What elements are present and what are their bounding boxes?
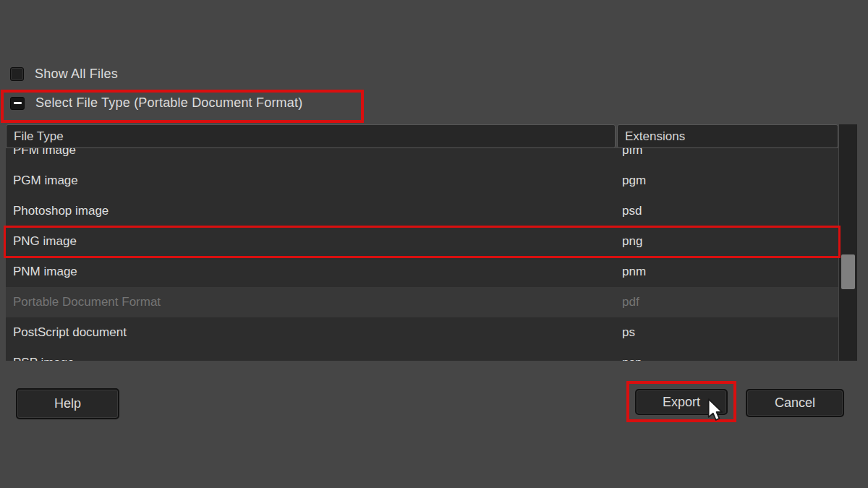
extension-cell: psd [617, 204, 642, 218]
file-table-body: PFM imagepfmPGM imagepgmPhotoshop imagep… [6, 148, 838, 361]
table-row[interactable]: Photoshop imagepsd [6, 196, 838, 226]
cancel-button[interactable]: Cancel [746, 389, 844, 417]
extension-cell: ps [617, 325, 635, 340]
file-type-cell: Photoshop image [6, 204, 617, 218]
show-all-files-checkbox[interactable] [10, 67, 24, 81]
column-header-extensions[interactable]: Extensions [617, 124, 838, 148]
extension-cell: pgm [617, 174, 646, 188]
table-header: File Type Extensions [6, 124, 857, 148]
file-type-cell: PSP image [6, 356, 617, 361]
expander-collapse-icon[interactable] [10, 97, 25, 110]
column-header-file-type[interactable]: File Type [6, 124, 616, 148]
extension-cell: pdf [617, 295, 639, 309]
table-row[interactable]: PGM imagepgm [6, 166, 838, 196]
extension-cell: pfm [617, 148, 642, 158]
extension-cell: psp [617, 356, 642, 361]
scrollbar-thumb[interactable] [841, 254, 855, 289]
extension-cell: pnm [617, 265, 646, 279]
file-type-cell: PNM image [6, 265, 617, 279]
show-all-files-label[interactable]: Show All Files [35, 67, 118, 82]
help-button[interactable]: Help [16, 388, 119, 419]
file-type-cell: PostScript document [6, 325, 617, 340]
table-row[interactable]: Portable Document Formatpdf [6, 287, 838, 317]
vertical-scrollbar[interactable] [839, 124, 857, 361]
extension-cell: png [617, 234, 642, 249]
table-row[interactable]: PNM imagepnm [6, 257, 838, 287]
file-type-cell: PGM image [6, 174, 617, 188]
file-type-cell: PNG image [6, 234, 617, 249]
table-row[interactable]: PSP imagepsp [6, 348, 838, 361]
export-button[interactable]: Export [635, 389, 728, 415]
table-row[interactable]: PNG imagepng [6, 226, 838, 257]
show-all-files-option[interactable]: Show All Files [10, 67, 118, 82]
file-type-cell: PFM image [6, 148, 617, 158]
file-type-cell: Portable Document Format [6, 295, 617, 309]
file-type-table: File Type Extensions PFM imagepfmPGM ima… [6, 124, 857, 361]
select-file-type-label[interactable]: Select File Type (Portable Document Form… [35, 95, 302, 111]
table-row[interactable]: PFM imagepfm [6, 148, 838, 166]
table-row[interactable]: PostScript documentps [6, 317, 838, 348]
select-file-type-option[interactable]: Select File Type (Portable Document Form… [10, 95, 302, 111]
